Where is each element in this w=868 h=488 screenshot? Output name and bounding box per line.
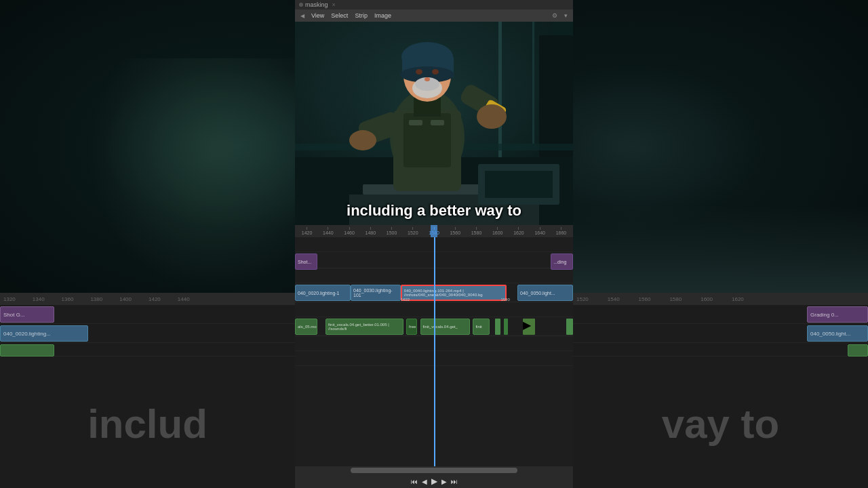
main-panel: masking × ◀ View Select Strip Image ⚙ ▾: [295, 0, 573, 488]
tab-close[interactable]: ×: [332, 1, 336, 8]
clip-040-0040-selected[interactable]: 040_0040.lighting-101-264.mp4 | //mhots/…: [401, 285, 507, 301]
bg-ruler-mark-6: 1420: [149, 296, 161, 302]
audio-marker-1: [495, 319, 500, 335]
ruler-playhead: [431, 225, 437, 237]
track-row-empty-3: [295, 302, 573, 317]
bg-right-track-row-1: Grading 0...: [573, 305, 868, 324]
menu-strip[interactable]: Strip: [355, 12, 368, 19]
top-bar: masking ×: [295, 0, 573, 9]
ruler-mark-1600: 1600: [487, 227, 508, 235]
bg-left-panel: 1320 1340 1360 1380 1400 1420 1440 Shot …: [0, 0, 295, 488]
prev-frame-icon[interactable]: ◀: [422, 478, 427, 485]
app-title: masking: [305, 1, 328, 8]
audio-clip-4[interactable]: finit_vocals.04.get_: [420, 319, 471, 335]
svg-rect-11: [485, 171, 553, 198]
bg-left-track-row-3: [0, 343, 295, 357]
track-row-empty-5: [295, 351, 573, 366]
track-row-audio: als_05.montage.02. finit_vocals.04.get_b…: [295, 317, 573, 336]
ruler-mark-1640: 1640: [530, 227, 551, 235]
svg-rect-3: [532, 22, 534, 144]
audio-marker-3: ▶: [523, 319, 535, 335]
next-frame-icon[interactable]: ▶: [441, 478, 447, 485]
clip-040-0020[interactable]: 040_0020.lighting-1: [295, 285, 351, 301]
track-row-empty-2: [295, 268, 573, 283]
svg-point-25: [349, 130, 376, 150]
svg-rect-5: [539, 35, 573, 157]
svg-rect-31: [431, 120, 444, 125]
bg-right-track-row-2: 040_0050.light...: [573, 324, 868, 343]
bg-left-clip-purple: Shot G...: [0, 306, 54, 323]
bg-right-track-row-3: [573, 343, 868, 357]
clip-shot-left[interactable]: Shot...: [295, 253, 317, 270]
menu-image[interactable]: Image: [374, 12, 391, 19]
play-button[interactable]: ▶: [431, 476, 437, 486]
bg-left-clip-green: [0, 344, 54, 357]
bg-ruler-right-mark-5: 1600: [701, 296, 713, 302]
bg-left-clip-blue: 040_0020.lighting...: [0, 325, 88, 342]
svg-point-21: [416, 69, 422, 75]
bg-ruler-mark-4: 1380: [90, 296, 102, 302]
audio-clip-2[interactable]: finit_vocals.04.get_better.01.005 | //so…: [326, 319, 403, 335]
bg-ruler-right-mark-1: 1520: [576, 296, 589, 302]
ruler-mark-1520: 1520: [402, 227, 423, 235]
ruler-mark-1560: 1560: [445, 227, 466, 235]
audio-marker-4: [566, 319, 573, 335]
menu-bar: ◀ View Select Strip Image ⚙ ▾: [295, 9, 573, 22]
menu-view[interactable]: View: [311, 12, 324, 19]
svg-point-23: [425, 77, 430, 81]
ruler-mark-1660: 1660: [551, 227, 572, 235]
menu-arrow: ◀: [300, 13, 304, 19]
timeline-ruler: 1420 1440 1460 1480 1500 1520 1540 1560 …: [295, 225, 573, 237]
bg-left-ruler: 1320 1340 1360 1380 1400 1420 1440: [0, 293, 295, 305]
ruler-mark-1440: 1440: [317, 227, 338, 235]
menu-icon-right: ⚙: [552, 12, 557, 19]
bg-ruler-mark-3: 1360: [62, 296, 74, 302]
track-row-empty-4: [295, 336, 573, 351]
bg-ruler-mark-7: 1440: [178, 296, 190, 302]
bg-ruler-right-mark-2: 1540: [608, 296, 620, 302]
audio-clip-5[interactable]: finit: [473, 319, 490, 335]
menu-select[interactable]: Select: [331, 12, 348, 19]
frame-end: 1590: [500, 298, 509, 302]
window-dot: [299, 3, 303, 7]
bg-ruler-mark-5: 1400: [119, 296, 132, 302]
track-row-empty-top: [295, 237, 573, 252]
audio-clip-1[interactable]: als_05.montage.02.: [295, 319, 317, 335]
playback-controls: ⏮ ◀ ▶ ▶ ⏭: [295, 474, 573, 488]
timeline-area[interactable]: Shot... ...ding 040_0020.lighting-1 040_…: [295, 237, 573, 466]
svg-point-22: [432, 69, 439, 75]
bg-left-tracks: Shot G... 040_0020.lighting... includ: [0, 305, 295, 488]
clip-shot-right[interactable]: ...ding: [551, 253, 573, 270]
scrollbar-area[interactable]: [295, 466, 573, 474]
ruler-mark-1420: 1420: [296, 227, 317, 235]
clip-040-0030[interactable]: 040_0030.lighting-101: [351, 285, 401, 301]
forward-end-icon[interactable]: ⏭: [451, 478, 458, 485]
bg-right-panel: 1520 1540 1560 1580 1600 1620 Grading 0.…: [573, 0, 868, 488]
svg-rect-2: [498, 22, 502, 157]
bg-right-clip-purple: Grading 0...: [807, 306, 868, 323]
bg-ruler-right-mark-4: 1580: [669, 296, 682, 302]
bg-ruler-mark-1: 1320: [3, 296, 16, 302]
rewind-icon[interactable]: ⏮: [411, 478, 418, 485]
ruler-mark-1460: 1460: [338, 227, 359, 235]
ruler-mark-1500: 1500: [381, 227, 402, 235]
ruler-mark-1620: 1620: [508, 227, 529, 235]
ruler-mark-1480: 1480: [360, 227, 381, 235]
bg-right-ruler: 1520 1540 1560 1580 1600 1620: [573, 293, 868, 305]
clip-040-0050[interactable]: 040_0050.light...: [517, 285, 573, 301]
frame-start: 1622: [401, 298, 410, 302]
menu-dropdown: ▾: [564, 12, 568, 19]
track-row-labels: Shot... ...ding: [295, 252, 573, 268]
scene-svg: [295, 22, 573, 225]
bg-right-subtitle: vay to: [573, 401, 868, 447]
bg-right-clip-blue: 040_0050.light...: [807, 325, 868, 342]
bg-left-track-row-2: 040_0020.lighting...: [0, 324, 295, 343]
ruler-mark-1580: 1580: [466, 227, 487, 235]
bg-ruler-right-mark-6: 1620: [732, 296, 744, 302]
audio-marker-2: [504, 319, 508, 335]
track-row-video: 040_0020.lighting-1 040_0030.lighting-10…: [295, 283, 573, 302]
scrollbar-thumb[interactable]: [351, 468, 517, 473]
scene-image: including a better way to: [295, 22, 573, 225]
audio-clip-3[interactable]: free: [406, 319, 417, 335]
bg-right-scene: [573, 0, 868, 293]
